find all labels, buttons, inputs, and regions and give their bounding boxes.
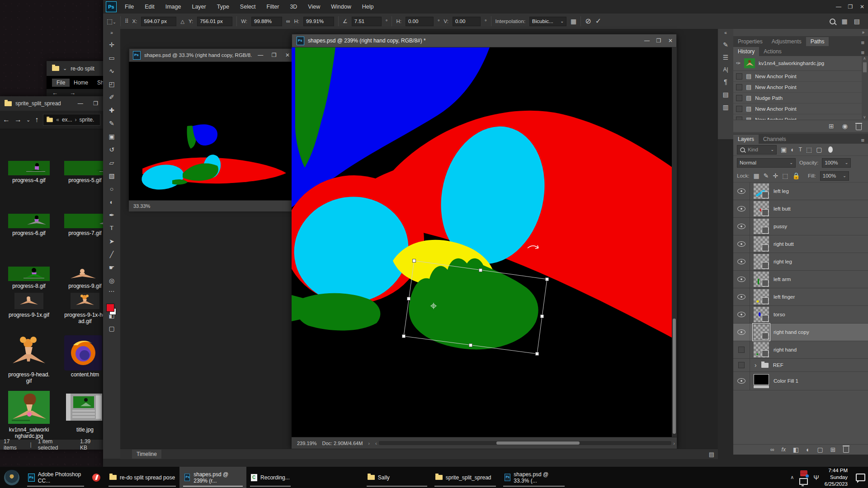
network-status-icon[interactable] xyxy=(799,478,808,485)
add-adjustment-layer-icon[interactable]: ◐ xyxy=(806,446,810,453)
panel-menu-icon[interactable]: ≡ xyxy=(861,39,864,46)
history-snapshot-row[interactable]: ✑ kv1nn4_salworkinghardc.jpg xyxy=(733,56,868,71)
workspace-icon[interactable]: ▦ xyxy=(842,18,848,24)
filter-smart-objects-icon[interactable]: ▢ xyxy=(816,146,822,153)
doc-maximize-button[interactable]: ❐ xyxy=(269,52,279,58)
visibility-toggle[interactable] xyxy=(733,235,750,253)
quick-access-chevron-icon[interactable]: ⌄ xyxy=(63,66,67,71)
warp-mode-icon[interactable]: ▦ xyxy=(571,18,576,24)
layer-row[interactable]: left leg xyxy=(733,183,868,200)
new-group-icon[interactable]: ▢ xyxy=(817,446,823,453)
layer-name[interactable]: torso xyxy=(774,312,785,317)
file-thumb-progress-6[interactable] xyxy=(8,214,50,228)
layer-row[interactable]: torso xyxy=(733,306,868,324)
new-layer-icon[interactable]: ⊞ xyxy=(830,446,836,453)
menu-select[interactable]: Select xyxy=(240,4,256,10)
history-source-checkbox[interactable] xyxy=(736,73,742,80)
group-expand-chevron-icon[interactable]: › xyxy=(755,362,757,368)
visibility-toggle[interactable] xyxy=(733,271,750,288)
nav-recent-chevron-icon[interactable]: ⌄ xyxy=(26,117,30,123)
tray-expand-chevron-icon[interactable]: ∧ xyxy=(790,474,794,480)
tab-paths[interactable]: Paths xyxy=(806,37,829,46)
app-minimize-button[interactable]: — xyxy=(833,4,844,10)
file-thumb-kv1nn4[interactable] xyxy=(8,391,50,424)
menu-help[interactable]: Help xyxy=(362,4,374,10)
crop-tool[interactable]: ◰ xyxy=(103,77,120,90)
taskbar-shapes-239[interactable]: shapes.psd @ 239% (r... xyxy=(179,467,246,488)
link-dimensions-icon[interactable]: ∞ xyxy=(286,19,290,24)
layer-row[interactable]: right butt xyxy=(733,235,868,253)
file-thumb-progress-9-head[interactable] xyxy=(10,335,48,371)
search-icon[interactable] xyxy=(830,19,835,24)
layer-thumbnail[interactable] xyxy=(754,307,769,322)
start-button[interactable] xyxy=(0,467,24,488)
lasso-tool[interactable]: ∿ xyxy=(103,64,120,77)
layer-group-row[interactable]: ›REF xyxy=(733,359,868,372)
doc-v-scrollbar[interactable] xyxy=(672,47,677,437)
commit-transform-icon[interactable]: ✓ xyxy=(595,18,601,25)
reference-point-grid-icon[interactable]: ⠿ xyxy=(125,19,128,24)
doc-close-button[interactable]: ✕ xyxy=(283,52,292,58)
taskbar-flash-icon[interactable] xyxy=(88,467,105,488)
brush-panel-icon[interactable]: ✎ xyxy=(723,42,728,48)
lock-artboard-icon[interactable]: ⬚ xyxy=(782,173,788,179)
layer-row[interactable]: left butt xyxy=(733,200,868,218)
new-document-from-state-icon[interactable]: ⊞ xyxy=(829,123,834,129)
taskbar-sprite-folder[interactable]: sprite_split_spread xyxy=(431,467,500,488)
layer-row-selected[interactable]: right hand copy xyxy=(733,324,868,341)
foreground-color-swatch[interactable] xyxy=(106,304,114,312)
breadcrumb-root[interactable]: ex... xyxy=(62,117,72,123)
file-thumb-content-htm[interactable] xyxy=(64,335,102,371)
menu-type[interactable]: Type xyxy=(217,4,229,10)
doc-main-title-bar[interactable]: shapes.psd @ 239% (right hand copy, RGB/… xyxy=(292,34,677,47)
clone-stamp-tool[interactable]: ▣ xyxy=(103,130,120,143)
menu-image[interactable]: Image xyxy=(165,4,181,10)
filter-type-layers-icon[interactable]: T xyxy=(799,147,802,152)
filter-toggle-pin[interactable] xyxy=(828,146,833,153)
file-label[interactable]: kv1nn4_salworki nghardc.jpg xyxy=(0,427,58,439)
add-layer-mask-icon[interactable]: ◧ xyxy=(793,446,799,453)
zoom-tool[interactable]: ◎ xyxy=(103,274,120,287)
scroll-right-icon[interactable]: › xyxy=(673,441,675,446)
hand-tool[interactable]: ☛ xyxy=(103,261,120,274)
tab-adjustments[interactable]: Adjustments xyxy=(767,37,806,46)
minimize-button[interactable]: — xyxy=(75,100,86,107)
lock-pixels-icon[interactable]: ✎ xyxy=(764,173,769,179)
toolbar-collapse-icon[interactable]: » xyxy=(110,31,113,35)
layer-filter-kind-select[interactable]: Kind⌄ xyxy=(737,145,777,155)
file-label[interactable]: progress-9-1x-he ad.gif xyxy=(58,312,103,324)
taskbar-sally-folder[interactable]: Sally xyxy=(363,467,431,488)
angle-input[interactable]: 7.51 xyxy=(352,17,382,26)
marquee-tool[interactable]: ▭ xyxy=(103,51,120,64)
tab-timeline[interactable]: Timeline xyxy=(132,450,161,459)
menu-3d[interactable]: 3D xyxy=(290,4,297,10)
visibility-toggle[interactable] xyxy=(733,359,750,371)
breadcrumb-chevrons[interactable]: « xyxy=(56,117,59,123)
file-label[interactable]: content.htm xyxy=(58,371,103,378)
visibility-toggle[interactable] xyxy=(733,253,750,270)
history-scrollbar[interactable]: ∧ ∨ xyxy=(862,56,868,119)
back-nav-back-icon[interactable]: ← xyxy=(52,89,58,96)
layer-thumbnail[interactable] xyxy=(754,324,769,340)
menu-filter[interactable]: Filter xyxy=(267,4,279,10)
history-step[interactable]: ▤New Anchor Point xyxy=(733,71,868,82)
w-input[interactable]: 99.88% xyxy=(251,17,282,26)
scroll-left-icon[interactable]: ‹ xyxy=(375,441,377,446)
layer-name[interactable]: right butt xyxy=(774,241,794,247)
panel-menu-icon[interactable]: ≡ xyxy=(861,49,864,56)
delete-layer-icon[interactable] xyxy=(843,447,849,453)
doc-main-zoom[interactable]: 239.19% xyxy=(297,441,316,446)
maximize-button[interactable]: ❐ xyxy=(90,100,102,107)
x-input[interactable]: 594.07 px xyxy=(141,17,176,26)
layer-thumbnail[interactable] xyxy=(754,254,769,269)
panel-menu-icon[interactable]: ▤ xyxy=(709,451,714,458)
layer-effects-icon[interactable]: fx xyxy=(782,447,786,452)
layer-thumbnail[interactable] xyxy=(754,342,769,357)
character-panel-icon[interactable]: A| xyxy=(723,67,728,72)
doc-h-scrollbar[interactable]: ‹ › xyxy=(375,437,675,449)
lock-transparency-icon[interactable]: ▦ xyxy=(754,173,760,179)
type-tool[interactable]: T xyxy=(103,221,120,235)
history-brush-tool[interactable]: ↺ xyxy=(103,143,120,156)
file-label[interactable]: title.jpg xyxy=(58,427,103,433)
paragraph-panel-icon[interactable]: ¶ xyxy=(724,79,727,85)
